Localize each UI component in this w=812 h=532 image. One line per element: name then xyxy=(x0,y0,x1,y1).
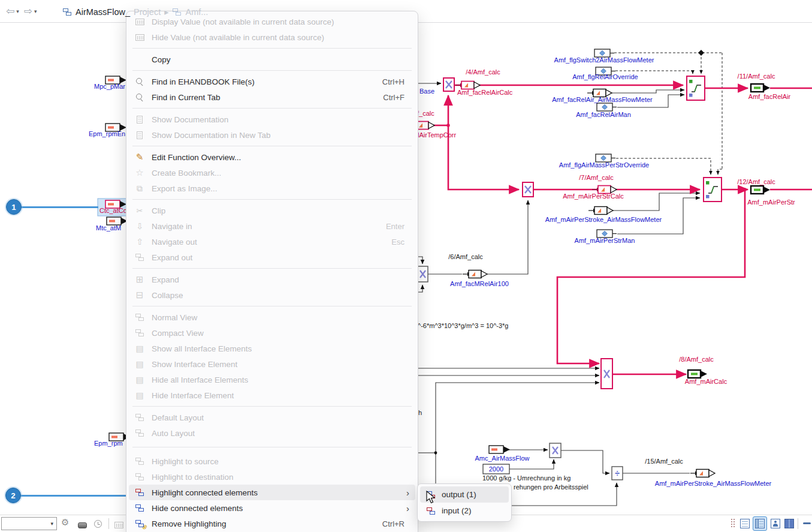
interface-list-hide-icon: ▤ xyxy=(134,375,146,384)
label-epm-bottom[interactable]: Epm_rpm xyxy=(94,440,123,447)
port-out-facrelair[interactable] xyxy=(751,84,770,92)
label-mtc[interactable]: Mtc_atM xyxy=(96,224,121,232)
settings-gear-icon[interactable]: ⚙ xyxy=(61,517,69,528)
label-mpc[interactable]: Mpc_pMar xyxy=(94,83,125,90)
multiply-block-1[interactable] xyxy=(443,78,454,91)
handbook-panel-button[interactable] xyxy=(782,516,796,531)
menu-item-default-layout[interactable]: Default Layout xyxy=(129,410,415,425)
multiply-block-4[interactable] xyxy=(601,359,612,389)
label-epm-top[interactable]: Epm_rpmEn xyxy=(89,130,125,137)
label-mairperstroke-amfm-2[interactable]: Amf_mAirPerStroke_AirMassFlowMeter xyxy=(655,480,772,487)
menu-item-show-interface-element[interactable]: ▤ Show Interface Element xyxy=(129,356,415,372)
menu-item-highlight-connected-elements[interactable]: Highlight connected elements › xyxy=(129,485,415,500)
label-flg-perstr-override[interactable]: Amf_flgAirMassPerStrOverride xyxy=(559,161,649,169)
menu-item-hide-value[interactable]: Hide Value (not available in current dat… xyxy=(129,29,415,45)
display-value-icon xyxy=(134,19,146,25)
divide-block[interactable]: ÷ xyxy=(612,467,623,480)
label-facrelair-amfm[interactable]: Amf_facRelAir_AirMassFlowMeter xyxy=(552,96,653,103)
port-facmrelair100[interactable] xyxy=(463,270,487,278)
compact-view-icon xyxy=(134,329,146,337)
label-maircalc[interactable]: Amf_mAirCalc xyxy=(685,378,728,385)
menu-item-navigate-in[interactable]: ⇩ Navigate in Enter xyxy=(129,218,415,234)
menu-item-hide-all-interface-elements[interactable]: ▤ Hide all Interface Elements xyxy=(129,372,415,387)
menu-item-navigate-out[interactable]: ⇧ Navigate out Esc xyxy=(129,234,415,250)
database-icon[interactable] xyxy=(78,520,87,530)
menu-item-highlight-to-source[interactable]: Highlight to source xyxy=(129,453,415,469)
contact-panel-button[interactable] xyxy=(768,516,783,531)
port-out-maircalc[interactable] xyxy=(688,370,707,378)
sidebar-panel-button[interactable] xyxy=(753,516,767,531)
label-flg-switch2[interactable]: Amf_flgSwitch2AirMassFlowMeter xyxy=(554,56,654,64)
label-lairtempcorr[interactable]: lAirTempCorr xyxy=(418,131,457,139)
label-mairperstr-man[interactable]: Amf_mAirPerStrMan xyxy=(575,237,635,244)
menu-item-expand[interactable]: ⊞ Expand xyxy=(129,272,415,287)
port-mairperstroke-amfm-2[interactable] xyxy=(690,470,715,477)
label-ctc[interactable]: Ctc_atCo xyxy=(99,207,127,214)
menu-item-collapse[interactable]: ⊟ Collapse xyxy=(129,287,415,303)
menu-item-remove-highlighting[interactable]: ⊗ Remove Highlighting Ctrl+R xyxy=(129,516,415,531)
zoom-out-button[interactable] xyxy=(803,522,811,524)
history-clock-icon[interactable] xyxy=(94,519,102,530)
label-calc15: /15/Amf_calc xyxy=(645,458,683,465)
menu-item-auto-layout[interactable]: Auto Layout xyxy=(129,425,415,441)
back-history-caret-icon[interactable]: ▾ xyxy=(16,8,19,14)
label-amc-airmassflow[interactable]: Amc_AirMassFlow xyxy=(475,455,529,462)
menu-item-highlight-to-destination[interactable]: Highlight to destination xyxy=(129,469,415,485)
menu-item-show-all-interface-elements[interactable]: ▤ Show all Interface Elements xyxy=(129,341,415,356)
port-amc-airmassflow[interactable] xyxy=(489,446,510,453)
port-facrelaircalc[interactable] xyxy=(455,82,480,89)
label-calc8: /8/Amf_calc xyxy=(679,356,714,363)
port-mairperstroke-amfm[interactable] xyxy=(588,207,613,215)
search-icon xyxy=(134,94,146,101)
menu-item-edit-function-overview[interactable]: ✎ Edit Function Overview... xyxy=(129,149,415,165)
menu-item-create-bookmark[interactable]: ☆ Create Bookmark... xyxy=(129,165,415,181)
menu-item-display-value[interactable]: Display Value (not available in current … xyxy=(129,14,415,29)
back-icon[interactable]: ⇦ xyxy=(6,6,14,16)
switch-block-1[interactable] xyxy=(687,76,705,100)
constant-2000[interactable]: 2000 xyxy=(483,464,509,474)
menu-item-copy[interactable]: Copy xyxy=(129,52,415,67)
menu-item-compact-view[interactable]: Compact View xyxy=(129,325,415,341)
label-calc6: /6/Amf_calc xyxy=(448,253,483,260)
label-facrelair-man[interactable]: Amf_facRelAirMan xyxy=(576,111,631,118)
menu-item-find-in-current-tab[interactable]: Find in Current Tab Ctrl+F xyxy=(129,89,415,105)
label-mairperstroke-amfm[interactable]: Amf_mAirPerStroke_AirMassFlowMeter xyxy=(545,216,662,223)
navigation-controls: ⇦ ▾ ⇨ ▾ xyxy=(0,6,41,16)
label-mairperstrcalc[interactable]: Amf_mAirPerStrCalc xyxy=(563,193,624,200)
label-facmrelair100[interactable]: Amf_facMRelAir100 xyxy=(450,280,509,287)
star-icon: ☆ xyxy=(134,167,146,178)
forward-icon[interactable]: ⇨ xyxy=(24,6,32,16)
display-value-toolbar-icon[interactable] xyxy=(114,520,123,530)
label-mairperstr[interactable]: Amf_mAirPerStr xyxy=(747,199,795,206)
multiply-block-5[interactable] xyxy=(550,443,561,458)
auto-layout-icon xyxy=(134,429,146,437)
menu-item-normal-view[interactable]: Normal View xyxy=(129,309,415,325)
drag-handle-icon[interactable] xyxy=(731,519,735,530)
menu-item-show-documentation[interactable]: Show Documentation xyxy=(129,112,415,127)
hide-connected-icon xyxy=(134,504,146,512)
menu-item-hide-interface-element[interactable]: ▤ Hide Interface Element xyxy=(129,387,415,403)
label-facrelair[interactable]: Amf_facRelAir xyxy=(748,93,791,100)
menu-item-clip[interactable]: ✂ Clip xyxy=(129,203,415,218)
label-flg-relair-override[interactable]: Amf_flgRelAirOverride xyxy=(572,73,638,80)
switch-block-2[interactable] xyxy=(704,178,722,202)
menu-item-show-documentation-new-tab[interactable]: Show Documentation in New Tab xyxy=(129,127,415,143)
submenu-item-input[interactable]: input (2) xyxy=(420,503,509,519)
multiply-block-3[interactable] xyxy=(418,266,428,282)
menu-item-export-as-image[interactable]: ⧉ Export as Image... xyxy=(129,181,415,196)
menu-item-find-in-ehandbook[interactable]: Find in EHANDBOOK File(s) Ctrl+H xyxy=(129,74,415,89)
interface-list-hide-icon: ▤ xyxy=(134,390,146,400)
port-facrelair-man[interactable] xyxy=(597,103,617,111)
label-h-fragment: h xyxy=(418,409,422,416)
default-layout-icon xyxy=(134,413,146,422)
menu-separator xyxy=(132,146,412,146)
menu-item-hide-connected-elements[interactable]: Hide connected elements › xyxy=(129,500,415,516)
menu-separator xyxy=(132,199,412,200)
menu-item-expand-out[interactable]: Expand out xyxy=(129,250,415,265)
value-source-combobox[interactable]: ▾ xyxy=(1,517,57,530)
multiply-block-2[interactable] xyxy=(523,182,533,197)
label-facrelaircalc[interactable]: Amf_facRelAirCalc xyxy=(457,89,513,96)
forward-history-caret-icon[interactable]: ▾ xyxy=(34,8,37,14)
port-out-mairperstr[interactable] xyxy=(751,186,770,194)
overview-panel-button[interactable] xyxy=(738,516,752,531)
